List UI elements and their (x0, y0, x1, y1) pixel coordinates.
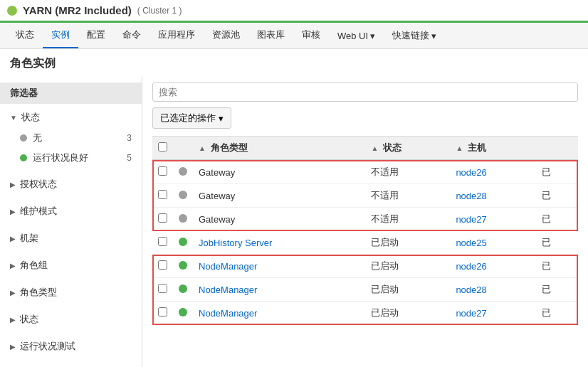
sidebar-section-rolegroup-header[interactable]: ▶ 角色组 (0, 255, 142, 276)
row-status-dot (173, 255, 193, 278)
logo-dot (7, 6, 17, 16)
green-dot-icon (179, 284, 187, 293)
gray-dot-icon (179, 167, 187, 176)
row-host[interactable]: node27 (450, 302, 536, 325)
nav-item-command[interactable]: 命令 (114, 23, 149, 48)
nav-item-app[interactable]: 应用程序 (149, 23, 204, 48)
search-input[interactable] (152, 83, 578, 102)
row-status: 已启动 (365, 278, 450, 302)
host-link[interactable]: node27 (456, 308, 486, 319)
actions-dropdown-button[interactable]: 已选定的操作 ▾ (152, 107, 231, 129)
chevron-right-icon3: ▶ (10, 235, 16, 243)
sidebar-section-status-header[interactable]: ▼ 状态 (0, 107, 142, 128)
nav-item-resource[interactable]: 资源池 (204, 23, 248, 48)
green-dot-icon (179, 308, 187, 317)
green-dot-icon (179, 238, 187, 246)
role-type-link[interactable]: JobHistory Server (199, 238, 272, 248)
sort-icon-role: ▲ (199, 144, 206, 152)
row-status-dot (173, 160, 193, 184)
row-role-type: Gateway (193, 184, 365, 208)
sidebar-section-rack-header[interactable]: ▶ 机架 (0, 228, 142, 249)
row-host[interactable]: node26 (450, 255, 536, 278)
chevron-right-icon4: ▶ (10, 262, 16, 270)
host-link[interactable]: node28 (456, 284, 486, 295)
page-title: 角色实例 (0, 49, 588, 75)
row-checkbox[interactable] (158, 307, 167, 317)
sort-icon-status: ▲ (371, 144, 378, 152)
chevron-right-icon2: ▶ (10, 208, 16, 216)
host-link[interactable]: node26 (456, 167, 486, 178)
chevron-down-icon: ▼ (10, 114, 17, 122)
nav-dropdown-quicklinks[interactable]: 快速链接 ▾ (384, 23, 445, 48)
nav-item-status[interactable]: 状态 (7, 23, 43, 48)
sidebar-item-good[interactable]: 运行状况良好 5 (0, 148, 142, 168)
content-area: 已选定的操作 ▾ ▲ 角色类型 (142, 75, 588, 367)
host-link[interactable]: node28 (456, 191, 486, 201)
sidebar-section-roletype-header[interactable]: ▶ 角色类型 (0, 282, 142, 303)
nav-item-chart[interactable]: 图表库 (248, 23, 293, 48)
row-extra: 已 (536, 184, 578, 208)
row-extra: 已 (536, 160, 578, 184)
green-dot-icon (179, 261, 187, 270)
cluster-label: ( Cluster 1 ) (137, 6, 182, 16)
th-role-type[interactable]: ▲ 角色类型 (193, 137, 365, 161)
row-host[interactable]: node28 (450, 184, 536, 208)
row-checkbox[interactable] (158, 213, 167, 223)
nav-bar: 状态 实例 配置 命令 应用程序 资源池 图表库 审核 Web UI ▾ 快速链… (0, 23, 588, 49)
role-type-link[interactable]: NodeManager (199, 284, 257, 295)
sort-icon-host: ▲ (456, 144, 463, 152)
search-bar (152, 83, 578, 102)
row-checkbox[interactable] (158, 166, 167, 176)
host-link[interactable]: node26 (456, 261, 486, 272)
row-status: 已启动 (365, 231, 450, 255)
sidebar-section-healthtest-header[interactable]: ▶ 运行状况测试 (0, 336, 142, 357)
chevron-right-icon7: ▶ (10, 343, 16, 351)
table-row: JobHistory Server已启动node25已 (152, 231, 578, 255)
nav-item-config[interactable]: 配置 (78, 23, 114, 48)
nav-dropdown-webui[interactable]: Web UI ▾ (329, 25, 384, 47)
row-role-type[interactable]: NodeManager (193, 255, 365, 278)
row-role-type[interactable]: NodeManager (193, 302, 365, 325)
gray-dot-icon (179, 214, 187, 223)
nav-item-instance[interactable]: 实例 (43, 23, 78, 48)
row-host[interactable]: node28 (450, 278, 536, 302)
sidebar-section-auth: ▶ 授权状态 (0, 171, 142, 198)
row-status: 已启动 (365, 302, 450, 325)
row-extra: 已 (536, 302, 578, 325)
th-extra (536, 137, 578, 161)
row-checkbox[interactable] (158, 284, 167, 293)
table-row: NodeManager已启动node28已 (152, 278, 578, 302)
table-row: Gateway不适用node28已 (152, 184, 578, 208)
status-dot-gray (20, 134, 27, 142)
nav-item-audit[interactable]: 审核 (293, 23, 329, 48)
row-extra: 已 (536, 208, 578, 231)
host-link[interactable]: node27 (456, 214, 486, 225)
host-link[interactable]: node25 (456, 238, 486, 248)
sidebar-section-maintenance-header[interactable]: ▶ 维护模式 (0, 201, 142, 222)
row-checkbox[interactable] (158, 237, 167, 246)
th-status[interactable]: ▲ 状态 (365, 137, 450, 161)
row-status-dot (173, 302, 193, 325)
table-row: NodeManager已启动node26已 (152, 255, 578, 278)
sidebar-title: 筛选器 (0, 83, 142, 104)
sidebar-section-auth-header[interactable]: ▶ 授权状态 (0, 174, 142, 195)
sidebar-item-none[interactable]: 无 3 (0, 128, 142, 148)
table-wrapper: ▲ 角色类型 ▲ 状态 ▲ 主机 (152, 136, 578, 325)
select-all-checkbox[interactable] (158, 142, 167, 151)
sidebar-section-roletype: ▶ 角色类型 (0, 279, 142, 306)
row-role-type[interactable]: JobHistory Server (193, 231, 365, 255)
row-host[interactable]: node25 (450, 231, 536, 255)
row-checkbox[interactable] (158, 190, 167, 199)
row-status: 不适用 (365, 208, 450, 231)
row-role-type[interactable]: NodeManager (193, 278, 365, 302)
row-host[interactable]: node26 (450, 160, 536, 184)
row-host[interactable]: node27 (450, 208, 536, 231)
table-row: Gateway不适用node27已 (152, 208, 578, 231)
th-host[interactable]: ▲ 主机 (450, 137, 536, 161)
th-dot (173, 137, 193, 161)
role-type-link[interactable]: NodeManager (199, 308, 257, 319)
sidebar-section-state-header[interactable]: ▶ 状态 (0, 309, 142, 330)
row-status-dot (173, 278, 193, 302)
role-type-link[interactable]: NodeManager (199, 261, 257, 272)
row-checkbox[interactable] (158, 260, 167, 270)
